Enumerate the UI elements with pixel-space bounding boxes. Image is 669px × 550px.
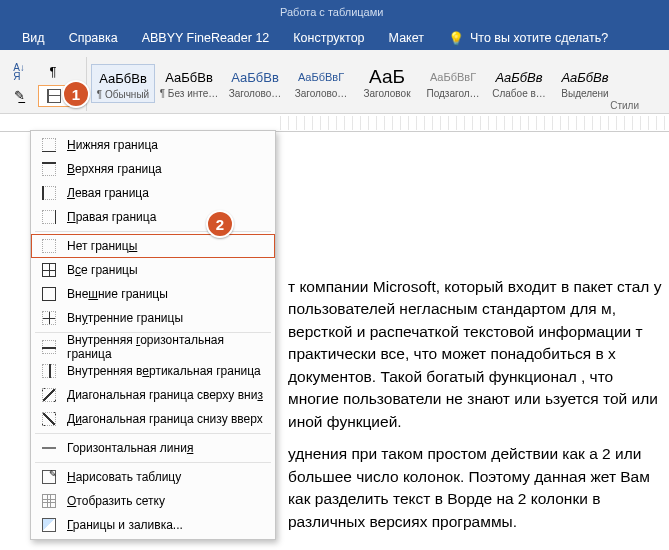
style-name: Выделени xyxy=(561,88,608,99)
ribbon-tabs: Вид Справка ABBYY FineReader 12 Конструк… xyxy=(0,26,620,50)
style-item[interactable]: АаБбВвГЗаголово… xyxy=(289,64,353,103)
borders-menu-item[interactable]: Внутренняя горизонтальная граница xyxy=(31,335,275,359)
borders-menu-item[interactable]: Нижняя граница xyxy=(31,133,275,157)
tab-view[interactable]: Вид xyxy=(10,27,57,49)
doc-paragraph[interactable]: т компании Microsoft, который входит в п… xyxy=(288,276,663,433)
paragraph-marks-button[interactable]: ¶ xyxy=(38,61,68,83)
menu-item-label: Левая граница xyxy=(67,186,149,200)
borders-menu-item[interactable]: Нет границы xyxy=(31,234,275,258)
borders-menu-item[interactable]: Все границы xyxy=(31,258,275,282)
borders-menu-item[interactable]: Левая граница xyxy=(31,181,275,205)
style-preview: АаБбВвГ xyxy=(430,66,476,88)
menu-separator xyxy=(35,433,271,434)
border-type-icon xyxy=(41,387,57,403)
style-name: Слабое в… xyxy=(492,88,546,99)
styles-group-label: Стили xyxy=(610,100,639,111)
menu-item-label: Отобразить сетку xyxy=(67,494,165,508)
menu-item-label: Границы и заливка... xyxy=(67,518,183,532)
tell-me-search[interactable]: 💡 Что вы хотите сделать? xyxy=(436,27,620,50)
border-type-icon xyxy=(41,262,57,278)
menu-separator xyxy=(35,462,271,463)
styles-gallery: АаБбВв¶ ОбычныйАаБбВв¶ Без инте…АаБбВвЗа… xyxy=(91,64,617,103)
menu-item-label: Нарисовать таблицу xyxy=(67,470,181,484)
bulb-icon: 💡 xyxy=(448,31,464,46)
style-item[interactable]: АаБбВвГПодзагол… xyxy=(421,64,485,103)
style-item[interactable]: АаБбВвСлабое в… xyxy=(487,64,551,103)
border-type-icon xyxy=(41,286,57,302)
document-body[interactable]: т компании Microsoft, который входит в п… xyxy=(280,166,667,550)
border-type-icon xyxy=(41,209,57,225)
border-type-icon xyxy=(41,363,57,379)
style-preview: АаБ xyxy=(369,66,405,88)
border-type-icon xyxy=(41,469,57,485)
borders-menu-item[interactable]: Внутренняя вертикальная граница xyxy=(31,359,275,383)
doc-paragraph[interactable]: уднения при таком простом действии как а… xyxy=(288,443,663,533)
style-item[interactable]: АаБЗаголовок xyxy=(355,64,419,103)
sort-button[interactable]: A↓Я xyxy=(4,61,34,83)
context-tab-title: Работа с таблицами xyxy=(280,6,383,18)
borders-menu-item[interactable]: Нарисовать таблицу xyxy=(31,465,275,489)
title-bar: Работа с таблицами Вид Справка ABBYY Fin… xyxy=(0,0,669,50)
menu-item-label: Внутренняя вертикальная граница xyxy=(67,364,261,378)
style-item[interactable]: АаБбВв¶ Без инте… xyxy=(157,64,221,103)
menu-item-label: Верхняя граница xyxy=(67,162,162,176)
style-preview: АаБбВв xyxy=(561,66,608,88)
menu-separator xyxy=(35,231,271,232)
borders-menu-item[interactable]: Правая граница xyxy=(31,205,275,229)
menu-item-label: Правая граница xyxy=(67,210,156,224)
tab-designer[interactable]: Конструктор xyxy=(281,27,376,49)
style-item[interactable]: АаБбВвВыделени xyxy=(553,64,617,103)
ribbon: A↓Я ✎̲ ¶ ▼ АаБбВв¶ ОбычныйАаБбВв¶ Без ин… xyxy=(0,50,669,114)
style-preview: АаБбВв xyxy=(165,66,213,88)
style-preview: АаБбВвГ xyxy=(298,66,344,88)
borders-menu-item[interactable]: Отобразить сетку xyxy=(31,489,275,513)
border-type-icon xyxy=(41,411,57,427)
border-type-icon xyxy=(41,440,57,456)
border-type-icon xyxy=(41,185,57,201)
border-type-icon xyxy=(41,161,57,177)
borders-dropdown-menu: Нижняя границаВерхняя границаЛевая грани… xyxy=(30,130,276,540)
borders-menu-item[interactable]: Внешние границы xyxy=(31,282,275,306)
style-item[interactable]: АаБбВвЗаголово… xyxy=(223,64,287,103)
border-type-icon xyxy=(41,339,57,355)
borders-menu-item[interactable]: Горизонтальная линия xyxy=(31,436,275,460)
style-name: Подзагол… xyxy=(426,88,479,99)
style-name: Заголовок xyxy=(363,88,410,99)
borders-menu-item[interactable]: Границы и заливка... xyxy=(31,513,275,537)
menu-item-label: Внешние границы xyxy=(67,287,168,301)
menu-item-label: Нет границы xyxy=(67,239,137,253)
style-name: Заголово… xyxy=(229,88,282,99)
menu-item-label: Внутренние границы xyxy=(67,311,183,325)
tab-help[interactable]: Справка xyxy=(57,27,130,49)
borders-menu-item[interactable]: Диагональная граница сверху вниз xyxy=(31,383,275,407)
callout-marker-1: 1 xyxy=(62,80,90,108)
style-preview: АаБбВв xyxy=(99,67,147,89)
borders-icon xyxy=(47,89,61,103)
border-type-icon xyxy=(41,238,57,254)
border-type-icon xyxy=(41,493,57,509)
borders-menu-item[interactable]: Верхняя граница xyxy=(31,157,275,181)
tell-me-label: Что вы хотите сделать? xyxy=(470,31,608,45)
format-painter-button[interactable]: ✎̲ xyxy=(4,85,34,107)
border-type-icon xyxy=(41,310,57,326)
borders-menu-item[interactable]: Диагональная граница снизу вверх xyxy=(31,407,275,431)
border-type-icon xyxy=(41,137,57,153)
border-type-icon xyxy=(41,517,57,533)
style-item[interactable]: АаБбВв¶ Обычный xyxy=(91,64,155,103)
style-name: Заголово… xyxy=(295,88,348,99)
style-preview: АаБбВв xyxy=(495,66,542,88)
style-name: ¶ Обычный xyxy=(97,89,149,100)
menu-item-label: Внутренняя горизонтальная граница xyxy=(67,333,265,361)
menu-item-label: Все границы xyxy=(67,263,138,277)
menu-item-label: Диагональная граница снизу вверх xyxy=(67,412,263,426)
callout-marker-2: 2 xyxy=(206,210,234,238)
menu-item-label: Горизонтальная линия xyxy=(67,441,193,455)
tab-abbyy[interactable]: ABBYY FineReader 12 xyxy=(130,27,282,49)
borders-menu-item[interactable]: Внутренние границы xyxy=(31,306,275,330)
style-name: ¶ Без инте… xyxy=(160,88,219,99)
menu-item-label: Диагональная граница сверху вниз xyxy=(67,388,263,402)
menu-item-label: Нижняя граница xyxy=(67,138,158,152)
tab-layout[interactable]: Макет xyxy=(377,27,436,49)
style-preview: АаБбВв xyxy=(231,66,279,88)
